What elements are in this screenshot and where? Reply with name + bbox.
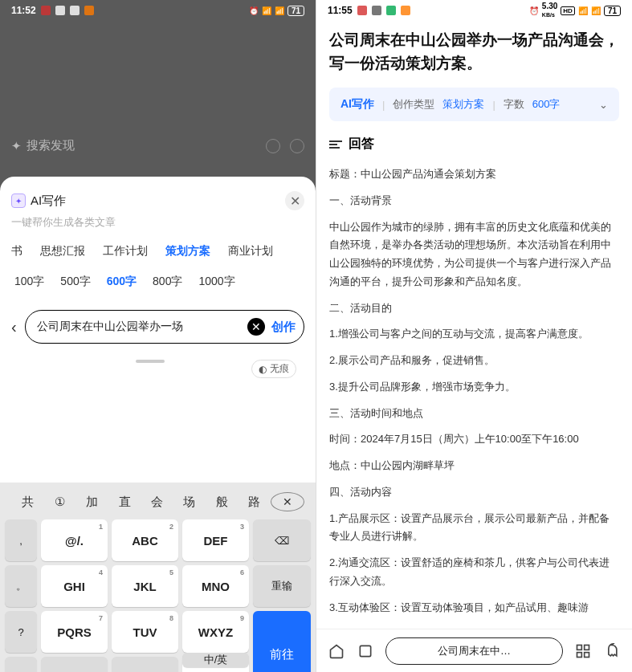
ai-badge-icon: ✦ [11, 193, 26, 208]
chevron-down-icon: ⌄ [599, 99, 608, 111]
key-7[interactable]: 7PQRS [41, 611, 108, 653]
candidate[interactable]: 加 [76, 495, 108, 510]
candidate[interactable]: 场 [173, 495, 206, 510]
candidate[interactable]: 会 [141, 495, 173, 510]
ai-write-config-card[interactable]: AIAI写作写作 | 创作类型 策划方案 | 字数 600字 ⌄ [329, 88, 619, 121]
grid-icon[interactable] [574, 642, 592, 660]
create-button[interactable]: 创作 [271, 320, 296, 335]
status-time: 11:52 [11, 5, 36, 16]
key-8[interactable]: 8TUV [112, 611, 178, 653]
app-icon [357, 6, 367, 15]
status-bar-left: 11:52 ⏰ 📶 📶 71 [0, 0, 316, 21]
keyboard: 共 ① 加 直 会 场 般 路 ✕ , 1@/. 2ABC 3DEF ⌫ 。 4… [0, 483, 316, 672]
app-icon [70, 6, 80, 15]
ai-write-sheet: ✦ AI写作 ✕ 一键帮你生成各类文章 书 思想汇报 工作计划 策划方案 商业计… [0, 177, 316, 672]
candidate[interactable]: 般 [206, 495, 238, 510]
length-option[interactable]: 800字 [153, 275, 182, 289]
key-backspace[interactable]: ⌫ [253, 519, 311, 561]
alarm-icon: ⏰ [529, 6, 539, 15]
page-title: 公司周末在中山公园举办一场产品沟通会，写一份活动策划方案。 [329, 29, 619, 75]
ghost-icon[interactable] [603, 642, 621, 660]
answer-body: 标题：中山公园产品沟通会策划方案 一、活动背景 中山公园作为城市的绿肺，拥有丰富… [329, 165, 619, 617]
tab-item[interactable]: 策划方案 [165, 244, 210, 259]
key-123[interactable]: 123 [112, 657, 178, 672]
signal-icon: 📶 [578, 6, 588, 15]
close-button[interactable]: ✕ [285, 191, 304, 210]
candidate[interactable]: ① [43, 495, 75, 509]
key-period[interactable]: 。 [5, 565, 37, 607]
candidate-row: 共 ① 加 直 会 场 般 路 ✕ [5, 487, 311, 519]
key-5[interactable]: 5JKL [112, 565, 178, 607]
hd-icon: HD [561, 6, 575, 15]
length-option[interactable]: 1000字 [198, 275, 234, 289]
alarm-icon: ⏰ [249, 6, 259, 15]
key-6[interactable]: 6MNO [182, 565, 249, 607]
app-icon [41, 6, 51, 15]
sheet-subtitle: 一键帮你生成各类文章 [11, 215, 304, 230]
candidate-delete[interactable]: ✕ [271, 492, 304, 511]
length-tabs: 100字 500字 600字 800字 1000字 [11, 275, 304, 289]
tabs-icon[interactable] [357, 642, 374, 660]
candidate[interactable]: 直 [108, 495, 141, 510]
prompt-input[interactable]: 公司周末在中山公园举办一场 ✕ 创作 [25, 310, 304, 344]
body-title: 标题：中山公园产品沟通会策划方案 [329, 165, 619, 184]
candidate[interactable]: 共 [11, 495, 43, 510]
key-lang[interactable]: 中/英 [182, 653, 249, 667]
tab-item[interactable]: 工作计划 [103, 244, 148, 259]
tab-item[interactable]: 商业计划 [228, 244, 273, 259]
key-comma[interactable]: , [5, 519, 37, 561]
keyboard-handle[interactable] [136, 360, 165, 363]
search-discover-label: ✦ 搜索发现 [11, 138, 75, 153]
incognito-toggle[interactable]: ◐ 无痕 [251, 360, 296, 378]
app-icon [84, 6, 94, 15]
key-9[interactable]: 9WXYZ [182, 611, 249, 653]
app-icon [386, 6, 396, 15]
svg-rect-3 [577, 652, 582, 657]
key-exclaim[interactable]: ! [5, 657, 37, 672]
list-icon [329, 141, 342, 149]
svg-rect-1 [577, 645, 582, 650]
ai-write-logo: AIAI写作写作 [340, 97, 374, 112]
app-icon [401, 6, 410, 15]
clear-button[interactable]: ✕ [247, 318, 265, 336]
app-icon [372, 6, 381, 15]
wifi-icon: 📶 [275, 6, 284, 15]
app-icon [55, 6, 65, 15]
bottom-search-input[interactable]: 公司周末在中… [385, 637, 563, 665]
key-reinput[interactable]: 重输 [253, 565, 311, 607]
battery-indicator: 71 [287, 6, 304, 16]
home-icon[interactable] [328, 642, 345, 660]
key-2[interactable]: 2ABC [112, 519, 178, 561]
candidate[interactable]: 路 [238, 495, 270, 510]
signal-icon: 📶 [262, 6, 271, 15]
tab-item[interactable]: 思想汇报 [40, 244, 85, 259]
key-1[interactable]: 1@/. [41, 519, 108, 561]
status-time: 11:55 [328, 5, 353, 16]
tab-item[interactable]: 书 [11, 244, 22, 259]
bottom-toolbar: 公司周末在中… [316, 629, 632, 672]
back-icon[interactable]: ‹ [11, 318, 17, 336]
input-text: 公司周末在中山公园举办一场 [37, 320, 241, 334]
type-tabs: 书 思想汇报 工作计划 策划方案 商业计划 [11, 244, 304, 259]
answer-heading: 回答 [329, 136, 619, 153]
key-3[interactable]: 3DEF [182, 519, 249, 561]
length-option[interactable]: 500字 [60, 275, 90, 289]
dimmed-background: ✦ 搜索发现 [0, 21, 316, 161]
key-symbol[interactable]: 符 [41, 657, 108, 672]
length-option[interactable]: 600字 [107, 275, 137, 289]
svg-rect-0 [360, 646, 370, 656]
status-bar-right: 11:55 ⏰ 5.30KB/s HD 📶 📶 71 [316, 0, 632, 21]
svg-rect-2 [585, 645, 589, 650]
refresh-icon[interactable] [266, 139, 280, 153]
battery-indicator: 71 [604, 6, 621, 16]
svg-rect-4 [585, 652, 589, 657]
length-option[interactable]: 100字 [14, 275, 44, 289]
mask-icon: ◐ [259, 364, 267, 375]
sparkle-icon: ✦ [11, 139, 22, 153]
key-go[interactable]: 前往 [253, 611, 311, 672]
key-4[interactable]: 4GHI [41, 565, 108, 607]
wifi-icon: 📶 [591, 6, 601, 15]
key-question[interactable]: ? [5, 611, 37, 653]
sheet-title: ✦ AI写作 [11, 193, 66, 209]
eye-icon[interactable] [290, 139, 304, 153]
